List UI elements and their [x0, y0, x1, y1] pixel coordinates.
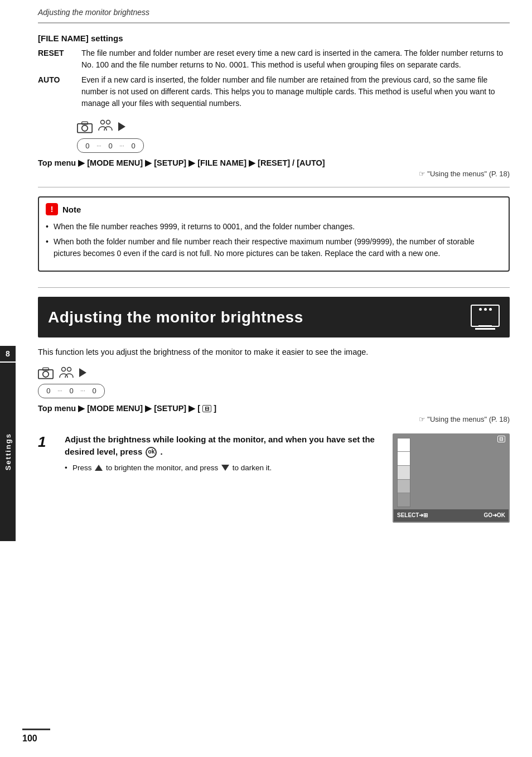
monitor-stand — [478, 325, 492, 327]
section-banner-title: Adjusting the monitor brightness — [48, 308, 303, 326]
note-item-1: When the file number reaches 9999, it re… — [46, 221, 500, 233]
step-bullet-1: Press to brighten the monitor, and press… — [65, 462, 383, 474]
svg-rect-2 — [82, 122, 88, 124]
step-title: Adjust the brightness while looking at t… — [65, 433, 383, 458]
monitor-base — [475, 328, 495, 330]
ref-line-1: ☞ "Using the menus" (P. 18) — [38, 170, 510, 178]
ok-button-icon: ok — [146, 447, 157, 458]
brightness-bar — [397, 438, 410, 507]
reset-term: RESET — [38, 47, 77, 71]
note-exclaim-icon: ! — [46, 203, 58, 215]
monitor-icon-box — [471, 305, 500, 327]
scene-icon-2 — [59, 367, 74, 380]
bar-step-3 — [398, 466, 410, 480]
icon-row-2 — [38, 367, 510, 380]
menu-monitor-icon: ⊟ — [202, 405, 211, 412]
monitor-gray-area — [413, 438, 505, 507]
file-name-grid: RESET The file number and folder number … — [38, 47, 510, 109]
svg-point-6 — [43, 372, 49, 378]
down-arrow-icon — [221, 465, 229, 471]
scene-icon — [98, 119, 113, 135]
monitor-dot-3 — [489, 308, 492, 311]
file-name-section: [FILE NAME] settings RESET The file numb… — [38, 33, 510, 109]
svg-rect-7 — [43, 368, 49, 370]
brightness-section: Adjusting the monitor brightness This fu… — [38, 297, 510, 523]
note-header: ! Note — [46, 203, 500, 215]
file-name-title: [FILE NAME] settings — [38, 33, 510, 43]
svg-point-8 — [62, 367, 66, 371]
monitor-preview: ⊟ SELECT➜⊞ GO➜OK — [393, 433, 510, 523]
icon-row-1 — [77, 119, 510, 135]
bar-step-5 — [398, 493, 410, 507]
top-menu-2: Top menu ▶ [MODE MENU] ▶ [SETUP] ▶ [ ⊟ ] — [38, 404, 510, 413]
monitor-dot-2 — [484, 308, 487, 311]
ref-line-2: ☞ "Using the menus" (P. 18) — [38, 415, 510, 423]
note-box: ! Note When the file number reaches 9999… — [38, 196, 510, 272]
auto-term: AUTO — [38, 74, 77, 109]
page-number: 100 — [22, 729, 50, 744]
monitor-icon-group — [471, 305, 500, 330]
divider-2 — [38, 287, 510, 288]
counter-row-1: 0···0···0 — [77, 138, 144, 153]
bar-step-2 — [398, 452, 410, 466]
monitor-bottom-bar: SELECT➜⊞ GO➜OK — [394, 509, 509, 522]
svg-point-1 — [82, 126, 88, 132]
sidebar-number: 8 — [0, 346, 16, 361]
camera-icon — [77, 121, 93, 133]
reset-def: The file number and folder number are re… — [81, 47, 510, 71]
bar-step-4 — [398, 480, 410, 494]
auto-def: Even if a new card is inserted, the fold… — [81, 74, 510, 109]
top-menu-1: Top menu ▶ [MODE MENU] ▶ [SETUP] ▶ [FILE… — [38, 158, 510, 167]
step-bullets: Press to brighten the monitor, and press… — [65, 462, 383, 474]
divider-1 — [38, 187, 510, 187]
page-header: Adjusting the monitor brightness — [38, 0, 510, 23]
step-number: 1 — [38, 433, 55, 451]
monitor-dot-1 — [479, 308, 482, 311]
play-icon — [118, 122, 125, 133]
svg-point-4 — [107, 120, 110, 124]
step-section: 1 Adjust the brightness while looking at… — [38, 433, 510, 523]
note-item-2: When both the folder number and file num… — [46, 236, 500, 259]
monitor-top-icon: ⊟ — [497, 436, 505, 442]
note-list: When the file number reaches 9999, it re… — [46, 221, 500, 259]
monitor-go-label: GO➜OK — [483, 512, 505, 518]
main-content: Adjusting the monitor brightness [FILE N… — [16, 0, 532, 545]
svg-point-9 — [67, 367, 71, 371]
up-arrow-icon — [95, 465, 103, 471]
body-text: This function lets you adjust the bright… — [38, 346, 510, 359]
play-icon-2 — [79, 368, 86, 379]
monitor-icon-dots — [479, 308, 492, 311]
section-banner: Adjusting the monitor brightness — [38, 297, 510, 337]
bar-step-1 — [398, 438, 410, 452]
camera-icon-2 — [38, 367, 54, 379]
sidebar-tab: Settings — [0, 363, 16, 541]
step-content: Adjust the brightness while looking at t… — [65, 433, 383, 476]
counter-row-2: 0···0···0 — [38, 384, 105, 398]
monitor-select-label: SELECT➜⊞ — [397, 512, 428, 518]
svg-point-3 — [101, 120, 105, 124]
